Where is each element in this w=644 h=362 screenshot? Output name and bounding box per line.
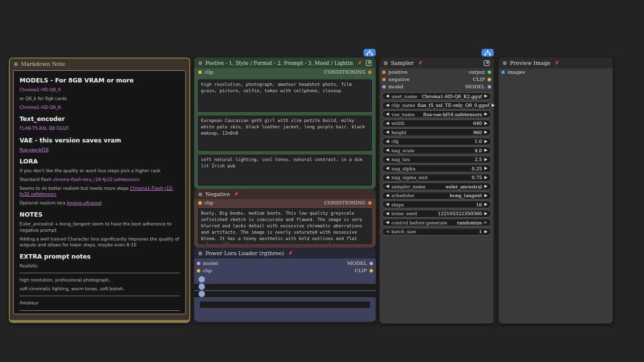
decrement-arrow-icon[interactable]: ◀ [386,194,389,198]
input-port-clip[interactable]: clip [198,69,213,75]
decrement-arrow-icon[interactable]: ◀ [386,112,389,116]
widget-vae-name[interactable]: ◀vae_nameflux-vae-bf16.safetensors▶ [382,110,491,118]
widget-value[interactable]: randomize [457,220,482,225]
power-lora-loader-node[interactable]: Power Lora Loader (rgthree) model MODEL … [194,248,376,322]
markdown-note-node[interactable]: Markdown Note MODELS - For 8GB VRAM or m… [9,58,190,323]
port-dot-icon[interactable] [368,201,372,205]
decrement-arrow-icon[interactable]: ◀ [386,221,389,224]
increment-arrow-icon[interactable]: ▶ [484,158,487,161]
port-dot-icon[interactable] [487,70,491,74]
port-dot-icon[interactable] [198,70,202,74]
collapse-dot[interactable] [383,61,388,65]
widget-value[interactable]: flux-vae-bf16.safetensors [423,112,482,117]
increment-arrow-icon[interactable]: ▶ [484,121,487,125]
markdown-link[interactable]: FLAN-T5-XXL Q8 GGUF [20,126,69,131]
widget-value[interactable]: 1 [479,229,482,234]
increment-arrow-icon[interactable]: ▶ [484,230,487,234]
input-port-images[interactable]: images [501,69,525,75]
widget-nag-tau[interactable]: ◀nag_tau2.5▶ [382,156,491,163]
markdown-link[interactable]: Chroma1-HD-Q6_K [20,105,61,110]
decrement-arrow-icon[interactable]: ◀ [386,176,389,180]
output-port-clip[interactable]: CLIP [473,77,491,82]
port-dot-icon[interactable] [382,78,386,81]
markdown-link[interactable]: Chroma1-HD-Q8_0 [20,87,61,92]
input-port-clip[interactable]: clip [198,200,213,205]
expand-icon[interactable] [365,60,372,66]
markdown-content[interactable]: MODELS - For 8GB VRAM or moreChroma1-HD-… [13,70,186,314]
widget-value[interactable]: bong_tangent [450,193,482,198]
output-port-output[interactable]: output [469,69,491,75]
widget-width[interactable]: ◀width640▶ [382,120,491,127]
widget-value[interactable]: Chroma1-HD-Q6_K2.gguf [422,94,482,99]
expand-icon[interactable] [483,60,490,66]
port-dot-icon[interactable] [487,85,491,89]
input-port-model[interactable]: model [382,84,403,89]
port-dot-icon[interactable] [501,70,505,74]
sampler-node[interactable]: Sampler positive output negative CLIP mo… [380,58,494,323]
decrement-arrow-icon[interactable]: ◀ [386,103,389,107]
increment-arrow-icon[interactable]: ▶ [492,103,495,107]
output-port-model[interactable]: MODEL [465,84,491,89]
output-port-conditioning[interactable]: CONDITIONING [324,200,372,205]
widget-unet-name[interactable]: ◀unet_nameChroma1-HD-Q6_K2.gguf▶ [382,92,491,100]
decrement-arrow-icon[interactable]: ◀ [386,94,389,98]
collapse-dot[interactable] [198,61,202,65]
decrement-arrow-icon[interactable]: ◀ [386,148,389,152]
widget-sampler-name[interactable]: ◀sampler_nameeuler_ancestral▶ [382,182,491,190]
widget-height[interactable]: ◀height960▶ [382,128,491,136]
increment-arrow-icon[interactable]: ▶ [484,112,487,116]
widget-steps[interactable]: ◀steps16▶ [382,201,491,208]
increment-arrow-icon[interactable]: ▶ [484,130,487,134]
widget-value[interactable]: 1.0 [475,139,482,144]
decrement-arrow-icon[interactable]: ◀ [386,130,389,134]
decrement-arrow-icon[interactable]: ◀ [386,202,389,206]
increment-arrow-icon[interactable]: ▶ [484,212,487,216]
negative-prompt-textarea[interactable]: Busty, Big boobs, medium boots, This low… [198,208,372,244]
widget-value[interactable]: 2.5 [475,157,482,162]
node-canvas[interactable]: Markdown Note MODELS - For 8GB VRAM or m… [0,0,644,362]
output-port-clip[interactable]: CLIP [355,268,373,273]
collapse-dot[interactable] [198,192,202,197]
lora-toggle-dot[interactable] [199,276,205,282]
markdown-link[interactable]: chroma-flash-lora_r16-fp32.safetensors [53,177,140,182]
collapse-dot[interactable] [14,62,18,66]
negative-prompt-node[interactable]: Negative clip CONDITIONING Busty, Big bo… [194,189,376,248]
increment-arrow-icon[interactable]: ▶ [484,194,487,198]
collapse-dot[interactable] [503,61,507,65]
decrement-arrow-icon[interactable]: ◀ [386,121,389,125]
widget-control-before-generate[interactable]: ◀control before generaterandomize▶ [382,219,491,226]
increment-arrow-icon[interactable]: ▶ [484,202,487,206]
widget-scheduler[interactable]: ◀schedulerbong_tangent▶ [382,192,491,200]
output-port-model[interactable]: MODEL [347,261,373,266]
widget-nag-alpha[interactable]: ◀nag_alpha0.25▶ [382,164,491,172]
mood-lighting-prompt-textarea[interactable]: soft natural lighting, cool tones, natur… [198,155,372,185]
preview-image-node[interactable]: Preview Image images [499,58,613,323]
widget-value[interactable]: 4.0 [475,148,482,153]
increment-arrow-icon[interactable]: ▶ [484,140,487,143]
port-dot-icon[interactable] [487,78,491,81]
widget-noise-seed[interactable]: ◀noise_seed122105322350360▶ [382,210,491,218]
widget-nag-scale[interactable]: ◀nag_scale4.0▶ [382,146,491,154]
lora-toggle-dot[interactable] [199,291,205,297]
port-dot-icon[interactable] [369,269,373,273]
lora-toggle-dot[interactable] [199,283,205,290]
port-dot-icon[interactable] [368,70,372,74]
positive-prompt-node[interactable]: Postive - 1. Style / Format - 2. Prompt … [194,58,376,189]
widget-value[interactable]: euler_ancestral [445,184,482,189]
port-dot-icon[interactable] [198,201,202,205]
increment-arrow-icon[interactable]: ▶ [484,166,487,170]
widget-value[interactable]: flan_t5_xxl_TE-only_Q8_0.gguf [418,102,489,108]
widget-value[interactable]: 16 [476,202,482,207]
input-port-clip[interactable]: clip [197,268,212,273]
increment-arrow-icon[interactable]: ▶ [484,148,487,152]
port-dot-icon[interactable] [382,70,386,74]
input-port-negative[interactable]: negative [382,77,410,82]
subject-prompt-textarea[interactable]: European Caucasian goth girl with slim p… [198,116,372,151]
input-port-positive[interactable]: positive [382,69,408,75]
input-port-model[interactable]: model [197,261,218,266]
markdown-link[interactable]: flux-vae-bf16 [20,147,49,152]
widget-value[interactable]: 122105322350360 [438,211,482,216]
widget-clip-name[interactable]: ◀clip_nameflan_t5_xxl_TE-only_Q8_0.gguf▶ [382,101,491,109]
increment-arrow-icon[interactable]: ▶ [484,94,487,98]
decrement-arrow-icon[interactable]: ◀ [386,212,389,216]
